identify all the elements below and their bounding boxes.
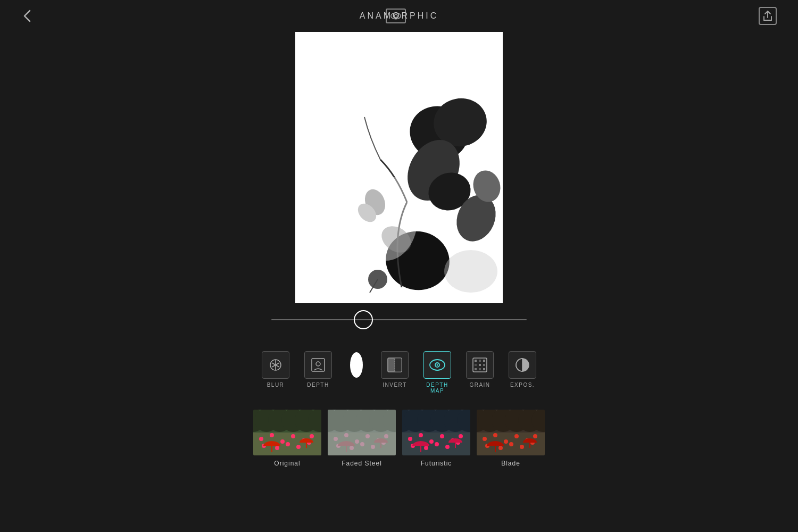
filter-faded-steel-thumb (328, 410, 396, 455)
svg-rect-19 (475, 360, 477, 362)
depth-icon-box (304, 351, 332, 379)
filter-original[interactable]: Original (253, 410, 321, 467)
depth-map-label: DEPTH MAP (419, 382, 456, 394)
depth-label: DEPTH (307, 382, 329, 388)
svg-rect-13 (388, 358, 395, 372)
app-title: ANAMORPHIC (360, 11, 438, 21)
back-button[interactable] (21, 9, 33, 23)
svg-rect-25 (475, 368, 477, 370)
tool-exposure[interactable]: EXPOS. (504, 351, 541, 388)
filter-faded-steel[interactable]: Faded Steel (328, 410, 396, 467)
svg-line-8 (272, 365, 276, 367)
filter-futuristic-thumb (402, 410, 470, 455)
filter-faded-steel-label: Faded Steel (342, 460, 382, 467)
tool-depth[interactable]: DEPTH (300, 351, 337, 388)
svg-line-5 (276, 363, 279, 365)
svg-point-11 (316, 362, 320, 366)
svg-rect-23 (479, 364, 481, 366)
exposure-icon-box (509, 351, 536, 379)
svg-line-9 (272, 363, 276, 365)
filter-original-thumb (253, 410, 321, 455)
tool-blur[interactable]: BLUR (257, 351, 294, 388)
header: ANAMORPHIC (0, 0, 798, 32)
filter-original-label: Original (274, 460, 300, 467)
filter-futuristic[interactable]: Futuristic (402, 410, 470, 467)
tools-bar: BLUR DEPTH INVERT (257, 351, 541, 394)
slider-track[interactable] (271, 319, 527, 320)
slider-thumb[interactable] (354, 310, 373, 329)
svg-rect-24 (483, 364, 485, 366)
oval-icon (350, 352, 363, 378)
invert-label: INVERT (383, 382, 407, 388)
invert-icon-box (381, 351, 409, 379)
depth-map-canvas (295, 32, 503, 303)
svg-rect-21 (483, 360, 485, 362)
tool-oval[interactable] (342, 351, 371, 381)
svg-rect-27 (483, 368, 485, 370)
blur-label: BLUR (267, 382, 285, 388)
svg-rect-10 (312, 359, 325, 371)
tool-depth-map[interactable]: DEPTH MAP (419, 351, 456, 394)
svg-line-6 (276, 365, 279, 367)
filter-blade-label: Blade (501, 460, 520, 467)
grain-icon-box (466, 351, 494, 379)
svg-point-17 (437, 364, 438, 366)
depth-map-icon-box (423, 351, 451, 379)
filter-futuristic-label: Futuristic (421, 460, 452, 467)
exposure-label: EXPOS. (510, 382, 535, 388)
filters-bar: Original Faded Steel Futuristic Blade (253, 410, 545, 467)
svg-rect-26 (479, 368, 481, 370)
svg-rect-20 (479, 360, 481, 362)
grain-label: GRAIN (469, 382, 490, 388)
svg-rect-14 (395, 358, 402, 372)
adjustment-slider-area (271, 319, 527, 320)
filter-blade-thumb (477, 410, 545, 455)
blur-icon-box (262, 351, 289, 379)
tool-invert[interactable]: INVERT (376, 351, 413, 388)
share-button[interactable] (759, 7, 777, 25)
svg-rect-22 (475, 364, 477, 366)
tool-grain[interactable]: GRAIN (461, 351, 498, 388)
filter-blade[interactable]: Blade (477, 410, 545, 467)
main-image-area (295, 32, 503, 303)
